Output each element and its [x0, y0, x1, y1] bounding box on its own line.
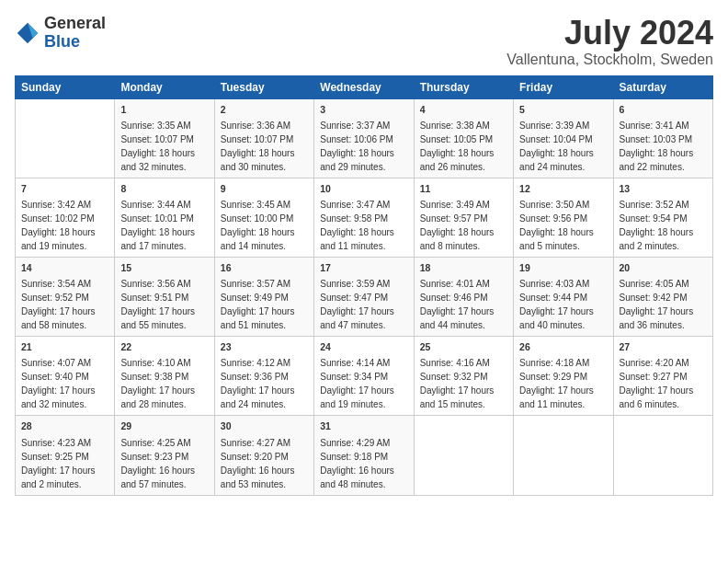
day-number: 15 [120, 261, 208, 275]
header-saturday: Saturday [613, 75, 712, 98]
calendar-day-cell: 22Sunrise: 4:10 AM Sunset: 9:38 PM Dayli… [115, 337, 214, 416]
day-content: Sunrise: 4:25 AM Sunset: 9:23 PM Dayligh… [120, 436, 208, 491]
day-content: Sunrise: 4:10 AM Sunset: 9:38 PM Dayligh… [120, 356, 208, 411]
day-number: 13 [620, 182, 707, 196]
day-number: 8 [120, 182, 208, 196]
day-content: Sunrise: 3:56 AM Sunset: 9:51 PM Dayligh… [120, 277, 208, 332]
day-content: Sunrise: 3:41 AM Sunset: 10:03 PM Daylig… [620, 119, 707, 174]
day-content: Sunrise: 4:12 AM Sunset: 9:36 PM Dayligh… [221, 356, 308, 411]
calendar-day-cell: 21Sunrise: 4:07 AM Sunset: 9:40 PM Dayli… [16, 337, 115, 416]
calendar-day-cell: 31Sunrise: 4:29 AM Sunset: 9:18 PM Dayli… [314, 416, 414, 495]
calendar-table: SundayMondayTuesdayWednesdayThursdayFrid… [15, 75, 713, 496]
day-number: 29 [120, 419, 208, 433]
day-number: 6 [620, 103, 707, 117]
day-number: 3 [320, 103, 407, 117]
month-title: July 2024 [506, 15, 713, 52]
day-content: Sunrise: 4:23 AM Sunset: 9:25 PM Dayligh… [21, 436, 108, 491]
day-number: 16 [221, 261, 308, 275]
calendar-week-row: 21Sunrise: 4:07 AM Sunset: 9:40 PM Dayli… [16, 337, 713, 416]
day-content: Sunrise: 4:01 AM Sunset: 9:46 PM Dayligh… [420, 277, 507, 332]
calendar-day-cell: 5Sunrise: 3:39 AM Sunset: 10:04 PM Dayli… [514, 98, 613, 178]
logo-general: General [44, 14, 106, 32]
day-number: 14 [21, 261, 108, 275]
day-content: Sunrise: 3:47 AM Sunset: 9:58 PM Dayligh… [320, 198, 407, 253]
day-number: 21 [21, 340, 108, 354]
calendar-week-row: 1Sunrise: 3:35 AM Sunset: 10:07 PM Dayli… [16, 98, 713, 178]
day-number: 9 [221, 182, 308, 196]
day-content: Sunrise: 3:39 AM Sunset: 10:04 PM Daylig… [519, 119, 607, 174]
day-number: 4 [420, 103, 507, 117]
calendar-day-cell: 4Sunrise: 3:38 AM Sunset: 10:05 PM Dayli… [414, 98, 513, 178]
day-number: 28 [21, 419, 108, 433]
day-number: 10 [320, 182, 407, 196]
day-content: Sunrise: 4:03 AM Sunset: 9:44 PM Dayligh… [519, 277, 607, 332]
day-number: 24 [320, 340, 407, 354]
calendar-day-cell: 7Sunrise: 3:42 AM Sunset: 10:02 PM Dayli… [16, 178, 115, 257]
day-content: Sunrise: 3:57 AM Sunset: 9:49 PM Dayligh… [221, 277, 308, 332]
calendar-day-cell: 18Sunrise: 4:01 AM Sunset: 9:46 PM Dayli… [414, 258, 513, 337]
calendar-header-row: SundayMondayTuesdayWednesdayThursdayFrid… [16, 75, 713, 98]
day-number: 30 [221, 419, 308, 433]
day-number: 7 [21, 182, 108, 196]
day-number: 20 [620, 261, 707, 275]
calendar-day-cell: 25Sunrise: 4:16 AM Sunset: 9:32 PM Dayli… [414, 337, 513, 416]
calendar-day-cell: 11Sunrise: 3:49 AM Sunset: 9:57 PM Dayli… [414, 178, 513, 257]
logo: General Blue [15, 15, 106, 52]
day-content: Sunrise: 3:44 AM Sunset: 10:01 PM Daylig… [120, 198, 208, 253]
header-monday: Monday [115, 75, 214, 98]
calendar-day-cell: 19Sunrise: 4:03 AM Sunset: 9:44 PM Dayli… [514, 258, 613, 337]
calendar-day-cell: 20Sunrise: 4:05 AM Sunset: 9:42 PM Dayli… [613, 258, 712, 337]
calendar-day-cell: 24Sunrise: 4:14 AM Sunset: 9:34 PM Dayli… [314, 337, 414, 416]
day-content: Sunrise: 3:50 AM Sunset: 9:56 PM Dayligh… [519, 198, 607, 253]
empty-cell [414, 416, 513, 495]
header-wednesday: Wednesday [314, 75, 414, 98]
day-number: 11 [420, 182, 507, 196]
calendar-day-cell: 1Sunrise: 3:35 AM Sunset: 10:07 PM Dayli… [115, 98, 214, 178]
calendar-week-row: 28Sunrise: 4:23 AM Sunset: 9:25 PM Dayli… [16, 416, 713, 495]
empty-cell [613, 416, 712, 495]
day-content: Sunrise: 3:45 AM Sunset: 10:00 PM Daylig… [221, 198, 308, 253]
day-content: Sunrise: 4:07 AM Sunset: 9:40 PM Dayligh… [21, 356, 108, 411]
day-content: Sunrise: 4:29 AM Sunset: 9:18 PM Dayligh… [320, 436, 407, 491]
day-content: Sunrise: 4:18 AM Sunset: 9:29 PM Dayligh… [519, 356, 607, 411]
day-number: 19 [519, 261, 607, 275]
header-sunday: Sunday [16, 75, 115, 98]
day-content: Sunrise: 3:36 AM Sunset: 10:07 PM Daylig… [221, 119, 308, 174]
calendar-day-cell: 17Sunrise: 3:59 AM Sunset: 9:47 PM Dayli… [314, 258, 414, 337]
day-content: Sunrise: 4:20 AM Sunset: 9:27 PM Dayligh… [620, 356, 707, 411]
calendar-week-row: 14Sunrise: 3:54 AM Sunset: 9:52 PM Dayli… [16, 258, 713, 337]
logo-blue: Blue [44, 32, 80, 51]
calendar-week-row: 7Sunrise: 3:42 AM Sunset: 10:02 PM Dayli… [16, 178, 713, 257]
day-number: 5 [519, 103, 607, 117]
location-title: Vallentuna, Stockholm, Sweden [506, 52, 713, 68]
day-number: 2 [221, 103, 308, 117]
day-content: Sunrise: 3:38 AM Sunset: 10:05 PM Daylig… [420, 119, 507, 174]
day-number: 25 [420, 340, 507, 354]
calendar-day-cell: 23Sunrise: 4:12 AM Sunset: 9:36 PM Dayli… [214, 337, 313, 416]
calendar-day-cell: 14Sunrise: 3:54 AM Sunset: 9:52 PM Dayli… [16, 258, 115, 337]
day-number: 1 [120, 103, 208, 117]
day-number: 18 [420, 261, 507, 275]
calendar-day-cell: 15Sunrise: 3:56 AM Sunset: 9:51 PM Dayli… [115, 258, 214, 337]
header-friday: Friday [514, 75, 613, 98]
day-number: 31 [320, 419, 407, 433]
title-block: July 2024 Vallentuna, Stockholm, Sweden [506, 15, 713, 68]
calendar-day-cell: 26Sunrise: 4:18 AM Sunset: 9:29 PM Dayli… [514, 337, 613, 416]
calendar-day-cell: 29Sunrise: 4:25 AM Sunset: 9:23 PM Dayli… [115, 416, 214, 495]
day-content: Sunrise: 4:27 AM Sunset: 9:20 PM Dayligh… [221, 436, 308, 491]
empty-cell [514, 416, 613, 495]
day-content: Sunrise: 3:35 AM Sunset: 10:07 PM Daylig… [120, 119, 208, 174]
empty-cell [16, 98, 115, 178]
header-tuesday: Tuesday [214, 75, 313, 98]
header-thursday: Thursday [414, 75, 513, 98]
calendar-day-cell: 10Sunrise: 3:47 AM Sunset: 9:58 PM Dayli… [314, 178, 414, 257]
day-number: 12 [519, 182, 607, 196]
logo-text: General Blue [44, 15, 106, 52]
day-content: Sunrise: 3:42 AM Sunset: 10:02 PM Daylig… [21, 198, 108, 253]
day-content: Sunrise: 4:14 AM Sunset: 9:34 PM Dayligh… [320, 356, 407, 411]
calendar-day-cell: 16Sunrise: 3:57 AM Sunset: 9:49 PM Dayli… [214, 258, 313, 337]
page-header: General Blue July 2024 Vallentuna, Stock… [15, 15, 713, 68]
day-number: 27 [620, 340, 707, 354]
calendar-day-cell: 6Sunrise: 3:41 AM Sunset: 10:03 PM Dayli… [613, 98, 712, 178]
day-content: Sunrise: 4:05 AM Sunset: 9:42 PM Dayligh… [620, 277, 707, 332]
